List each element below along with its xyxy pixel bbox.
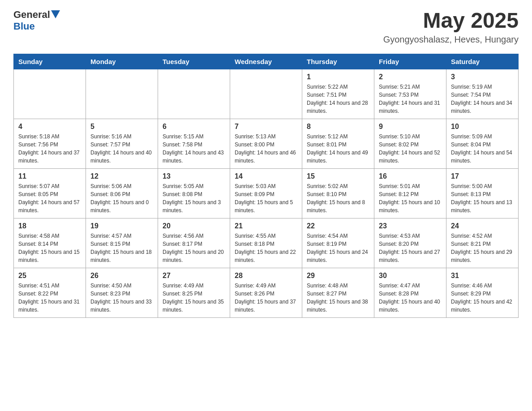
calendar-week-row: 4Sunrise: 5:18 AM Sunset: 7:56 PM Daylig… — [14, 119, 519, 168]
calendar-cell: 31Sunrise: 4:46 AM Sunset: 8:29 PM Dayli… — [446, 268, 519, 317]
day-number: 28 — [235, 272, 297, 280]
calendar-week-row: 11Sunrise: 5:07 AM Sunset: 8:05 PM Dayli… — [14, 168, 519, 218]
location-text: Gyongyoshalasz, Heves, Hungary — [383, 34, 519, 45]
calendar-cell: 12Sunrise: 5:06 AM Sunset: 8:06 PM Dayli… — [86, 168, 158, 218]
day-info: Sunrise: 5:02 AM Sunset: 8:10 PM Dayligh… — [307, 182, 369, 214]
day-number: 13 — [163, 172, 225, 180]
weekday-header-wednesday: Wednesday — [230, 54, 302, 69]
day-number: 31 — [451, 272, 514, 280]
day-number: 20 — [163, 222, 225, 230]
calendar-cell: 15Sunrise: 5:02 AM Sunset: 8:10 PM Dayli… — [302, 168, 374, 218]
calendar-cell: 23Sunrise: 4:53 AM Sunset: 8:20 PM Dayli… — [374, 218, 446, 268]
calendar-cell: 4Sunrise: 5:18 AM Sunset: 7:56 PM Daylig… — [14, 119, 86, 168]
day-info: Sunrise: 4:49 AM Sunset: 8:25 PM Dayligh… — [163, 282, 225, 314]
logo-arrow-icon — [51, 10, 60, 20]
day-number: 7 — [235, 123, 297, 131]
day-number: 10 — [451, 123, 514, 131]
calendar-cell — [230, 69, 302, 119]
calendar-body: 1Sunrise: 5:22 AM Sunset: 7:51 PM Daylig… — [14, 69, 519, 317]
day-info: Sunrise: 5:21 AM Sunset: 7:53 PM Dayligh… — [379, 83, 442, 115]
day-info: Sunrise: 5:15 AM Sunset: 7:58 PM Dayligh… — [163, 133, 225, 165]
day-number: 12 — [90, 172, 153, 180]
weekday-header-thursday: Thursday — [302, 54, 374, 69]
calendar-week-row: 25Sunrise: 4:51 AM Sunset: 8:22 PM Dayli… — [14, 268, 519, 317]
weekday-header-tuesday: Tuesday — [158, 54, 230, 69]
day-number: 17 — [451, 172, 514, 180]
day-info: Sunrise: 4:57 AM Sunset: 8:15 PM Dayligh… — [90, 232, 153, 264]
day-info: Sunrise: 5:22 AM Sunset: 7:51 PM Dayligh… — [307, 83, 369, 115]
page-header: General Blue May 2025 Gyongyoshalasz, He… — [13, 9, 519, 45]
calendar-cell — [158, 69, 230, 119]
day-number: 2 — [379, 73, 442, 81]
calendar-cell: 11Sunrise: 5:07 AM Sunset: 8:05 PM Dayli… — [14, 168, 86, 218]
calendar-cell: 14Sunrise: 5:03 AM Sunset: 8:09 PM Dayli… — [230, 168, 302, 218]
calendar-cell: 25Sunrise: 4:51 AM Sunset: 8:22 PM Dayli… — [14, 268, 86, 317]
day-info: Sunrise: 4:58 AM Sunset: 8:14 PM Dayligh… — [18, 232, 81, 264]
day-info: Sunrise: 5:18 AM Sunset: 7:56 PM Dayligh… — [18, 133, 81, 165]
day-number: 29 — [307, 272, 369, 280]
calendar-cell: 29Sunrise: 4:48 AM Sunset: 8:27 PM Dayli… — [302, 268, 374, 317]
day-info: Sunrise: 4:50 AM Sunset: 8:23 PM Dayligh… — [90, 282, 153, 314]
calendar-cell: 10Sunrise: 5:09 AM Sunset: 8:04 PM Dayli… — [446, 119, 519, 168]
day-number: 16 — [379, 172, 442, 180]
day-info: Sunrise: 5:05 AM Sunset: 8:08 PM Dayligh… — [163, 182, 225, 214]
day-info: Sunrise: 4:46 AM Sunset: 8:29 PM Dayligh… — [451, 282, 514, 314]
calendar-cell: 7Sunrise: 5:13 AM Sunset: 8:00 PM Daylig… — [230, 119, 302, 168]
day-info: Sunrise: 5:19 AM Sunset: 7:54 PM Dayligh… — [451, 83, 514, 115]
weekday-header-friday: Friday — [374, 54, 446, 69]
day-number: 24 — [451, 222, 514, 230]
calendar-cell: 6Sunrise: 5:15 AM Sunset: 7:58 PM Daylig… — [158, 119, 230, 168]
month-year-title: May 2025 — [383, 9, 519, 33]
day-number: 11 — [18, 172, 81, 180]
day-info: Sunrise: 4:48 AM Sunset: 8:27 PM Dayligh… — [307, 282, 369, 314]
day-info: Sunrise: 5:00 AM Sunset: 8:13 PM Dayligh… — [451, 182, 514, 214]
calendar-cell: 5Sunrise: 5:16 AM Sunset: 7:57 PM Daylig… — [86, 119, 158, 168]
day-number: 9 — [379, 123, 442, 131]
day-number: 23 — [379, 222, 442, 230]
logo-blue: Blue — [13, 21, 35, 32]
day-number: 5 — [90, 123, 153, 131]
day-info: Sunrise: 5:06 AM Sunset: 8:06 PM Dayligh… — [90, 182, 153, 214]
calendar-cell: 24Sunrise: 4:52 AM Sunset: 8:21 PM Dayli… — [446, 218, 519, 268]
weekday-header-sunday: Sunday — [14, 54, 86, 69]
calendar-cell: 1Sunrise: 5:22 AM Sunset: 7:51 PM Daylig… — [302, 69, 374, 119]
calendar-cell: 27Sunrise: 4:49 AM Sunset: 8:25 PM Dayli… — [158, 268, 230, 317]
calendar-cell: 22Sunrise: 4:54 AM Sunset: 8:19 PM Dayli… — [302, 218, 374, 268]
calendar-cell: 2Sunrise: 5:21 AM Sunset: 7:53 PM Daylig… — [374, 69, 446, 119]
day-number: 1 — [307, 73, 369, 81]
day-number: 6 — [163, 123, 225, 131]
calendar-cell: 8Sunrise: 5:12 AM Sunset: 8:01 PM Daylig… — [302, 119, 374, 168]
day-number: 21 — [235, 222, 297, 230]
svg-marker-0 — [51, 10, 60, 18]
day-info: Sunrise: 4:56 AM Sunset: 8:17 PM Dayligh… — [163, 232, 225, 264]
day-number: 27 — [163, 272, 225, 280]
calendar-cell: 9Sunrise: 5:10 AM Sunset: 8:02 PM Daylig… — [374, 119, 446, 168]
calendar-cell — [86, 69, 158, 119]
day-number: 18 — [18, 222, 81, 230]
day-info: Sunrise: 5:01 AM Sunset: 8:12 PM Dayligh… — [379, 182, 442, 214]
weekday-header-row: SundayMondayTuesdayWednesdayThursdayFrid… — [14, 54, 519, 69]
day-number: 4 — [18, 123, 81, 131]
calendar-cell: 21Sunrise: 4:55 AM Sunset: 8:18 PM Dayli… — [230, 218, 302, 268]
calendar-cell: 28Sunrise: 4:49 AM Sunset: 8:26 PM Dayli… — [230, 268, 302, 317]
day-number: 30 — [379, 272, 442, 280]
calendar-cell: 3Sunrise: 5:19 AM Sunset: 7:54 PM Daylig… — [446, 69, 519, 119]
logo-general: General — [13, 9, 50, 21]
title-block: May 2025 Gyongyoshalasz, Heves, Hungary — [383, 9, 519, 45]
calendar-cell: 20Sunrise: 4:56 AM Sunset: 8:17 PM Dayli… — [158, 218, 230, 268]
calendar-cell: 18Sunrise: 4:58 AM Sunset: 8:14 PM Dayli… — [14, 218, 86, 268]
weekday-header-saturday: Saturday — [446, 54, 519, 69]
calendar-week-row: 1Sunrise: 5:22 AM Sunset: 7:51 PM Daylig… — [14, 69, 519, 119]
calendar-table: SundayMondayTuesdayWednesdayThursdayFrid… — [13, 54, 519, 318]
calendar-cell: 13Sunrise: 5:05 AM Sunset: 8:08 PM Dayli… — [158, 168, 230, 218]
calendar-cell — [14, 69, 86, 119]
day-info: Sunrise: 4:47 AM Sunset: 8:28 PM Dayligh… — [379, 282, 442, 314]
calendar-week-row: 18Sunrise: 4:58 AM Sunset: 8:14 PM Dayli… — [14, 218, 519, 268]
day-info: Sunrise: 4:52 AM Sunset: 8:21 PM Dayligh… — [451, 232, 514, 264]
calendar-cell: 30Sunrise: 4:47 AM Sunset: 8:28 PM Dayli… — [374, 268, 446, 317]
day-number: 15 — [307, 172, 369, 180]
day-number: 8 — [307, 123, 369, 131]
day-number: 3 — [451, 73, 514, 81]
day-info: Sunrise: 5:10 AM Sunset: 8:02 PM Dayligh… — [379, 133, 442, 165]
day-info: Sunrise: 5:12 AM Sunset: 8:01 PM Dayligh… — [307, 133, 369, 165]
